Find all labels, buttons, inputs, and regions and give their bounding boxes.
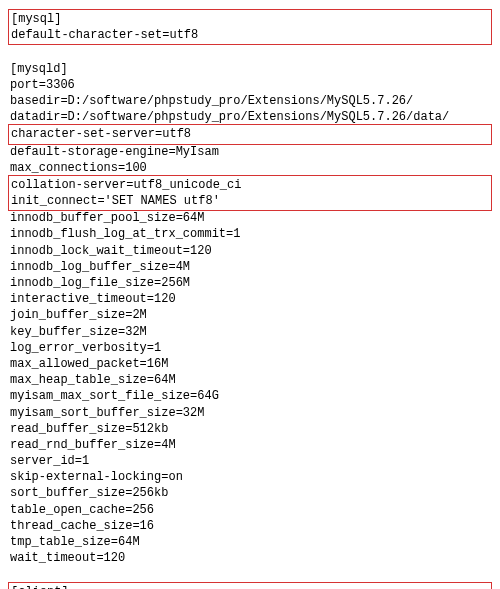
config-line: innodb_log_file_size=256M [10,275,490,291]
config-line: innodb_lock_wait_timeout=120 [10,243,490,259]
config-line: [mysql] [11,11,489,27]
config-line: interactive_timeout=120 [10,291,490,307]
config-line: read_buffer_size=512kb [10,421,490,437]
config-line: basedir=D:/software/phpstudy_pro/Extensi… [10,93,490,109]
blank-line [10,44,490,60]
config-line: character-set-server=utf8 [11,126,489,142]
config-line: sort_buffer_size=256kb [10,485,490,501]
highlight-collation-init: collation-server=utf8_unicode_ci init_co… [8,175,492,211]
config-line: [mysqld] [10,61,490,77]
config-line: tmp_table_size=64M [10,534,490,550]
config-line: [client] [11,584,489,589]
highlight-client-section: [client] port=3306 default-character-set… [8,582,492,589]
config-line: max_heap_table_size=64M [10,372,490,388]
config-line: innodb_buffer_pool_size=64M [10,210,490,226]
highlight-charset-server: character-set-server=utf8 [8,124,492,144]
config-line: server_id=1 [10,453,490,469]
config-line: skip-external-locking=on [10,469,490,485]
config-line: init_connect='SET NAMES utf8' [11,193,489,209]
config-line: myisam_max_sort_file_size=64G [10,388,490,404]
config-line: port=3306 [10,77,490,93]
config-line: log_error_verbosity=1 [10,340,490,356]
highlight-mysql-section: [mysql] default-character-set=utf8 [8,9,492,45]
blank-line [10,566,490,582]
config-line: myisam_sort_buffer_size=32M [10,405,490,421]
config-line: default-storage-engine=MyIsam [10,144,490,160]
config-line: datadir=D:/software/phpstudy_pro/Extensi… [10,109,490,125]
config-file-content: [mysql] default-character-set=utf8 [mysq… [10,9,490,589]
config-line: default-character-set=utf8 [11,27,489,43]
config-line: thread_cache_size=16 [10,518,490,534]
config-line: table_open_cache=256 [10,502,490,518]
config-line: read_rnd_buffer_size=4M [10,437,490,453]
config-line: key_buffer_size=32M [10,324,490,340]
config-line: collation-server=utf8_unicode_ci [11,177,489,193]
config-line: max_connections=100 [10,160,490,176]
config-line: join_buffer_size=2M [10,307,490,323]
config-line: wait_timeout=120 [10,550,490,566]
config-line: innodb_log_buffer_size=4M [10,259,490,275]
config-line: max_allowed_packet=16M [10,356,490,372]
config-line: innodb_flush_log_at_trx_commit=1 [10,226,490,242]
